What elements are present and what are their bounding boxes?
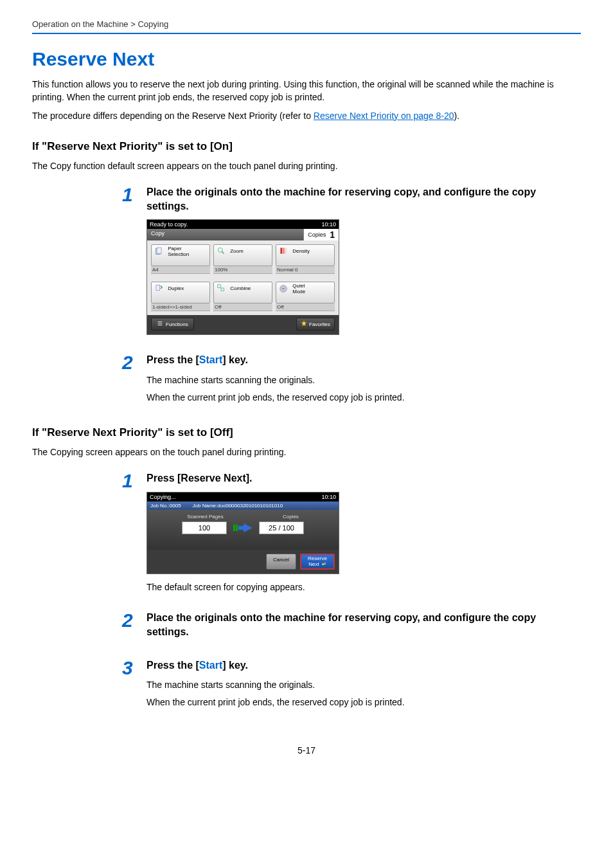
job-no-value: 0005 <box>170 503 181 509</box>
svg-line-3 <box>222 252 224 255</box>
off-step3-key: Start <box>199 660 222 671</box>
density-icon <box>279 246 289 257</box>
off-step-1: 1 Press [Reserve Next]. Copying... 10:10… <box>122 471 581 598</box>
tile-zoom-label: Zoom <box>230 249 243 255</box>
val-quiet: Off <box>276 303 335 311</box>
favorites-button[interactable]: Favorites <box>296 318 335 330</box>
copy-mode: Copy <box>147 229 303 240</box>
copies-display: Copies 1 <box>303 229 339 240</box>
progress-arrow-icon <box>233 523 253 532</box>
on-step2-body1: The machine starts scanning the original… <box>147 374 581 387</box>
copy-screen-mock: Ready to copy. 10:10 Copy Copies 1 Paper… <box>147 219 339 335</box>
copy-status: Ready to copy. <box>150 221 188 228</box>
on-step-1: 1 Place the originals onto the machine f… <box>122 185 581 340</box>
svg-rect-8 <box>218 285 221 288</box>
job-name-value: doc00000320101010101010 <box>217 503 283 509</box>
duplex-icon <box>154 284 164 294</box>
copies-label: Copies <box>308 231 326 238</box>
on-step2-body2: When the current print job ends, the res… <box>147 391 581 404</box>
reserve-next-priority-link[interactable]: Reserve Next Priority on page 8-20 <box>314 111 454 121</box>
svg-rect-7 <box>156 285 160 291</box>
step-number-2: 2 <box>122 353 147 372</box>
svg-marker-14 <box>301 321 306 326</box>
tile-density[interactable]: Density <box>276 244 335 266</box>
list-icon <box>157 320 163 328</box>
on-step2-title: Press the [Start] key. <box>147 353 581 367</box>
val-density: Normal 0 <box>276 266 335 274</box>
tile-paper-label: Paper Selection <box>168 246 189 258</box>
off-step-number-2: 2 <box>122 611 147 630</box>
on-step-2: 2 Press the [Start] key. The machine sta… <box>122 353 581 408</box>
copying-status: Copying... <box>150 494 176 500</box>
intro2-suffix: ). <box>454 111 460 121</box>
combine-icon <box>217 284 227 294</box>
on-step2-post: ] key. <box>222 354 248 365</box>
paper-icon <box>154 247 164 257</box>
off-step2-title: Place the originals onto the machine for… <box>147 611 581 638</box>
svg-rect-5 <box>283 248 285 254</box>
enter-icon: ↵ <box>322 562 326 568</box>
functions-label: Functions <box>166 321 188 327</box>
off-step3-post: ] key. <box>222 660 248 671</box>
scanned-pages-value: 100 <box>182 521 227 534</box>
section-on-heading: If "Reserve Next Priority" is set to [On… <box>32 140 581 153</box>
tile-duplex[interactable]: Duplex <box>151 282 210 303</box>
job-no-label: Job No.: <box>150 503 170 509</box>
zoom-icon <box>217 246 227 257</box>
off-step3-body1: The machine starts scanning the original… <box>147 678 581 692</box>
off-step3-pre: Press the [ <box>147 660 199 671</box>
on-step1-title: Place the originals onto the machine for… <box>147 185 581 213</box>
intro-paragraph-1: This function allows you to reserve the … <box>32 78 581 104</box>
intro-paragraph-2: The procedure differs depending on the R… <box>32 109 581 122</box>
job-name: Job Name:doc00000320101010101010 <box>193 503 283 509</box>
tile-combine[interactable]: Combine <box>213 282 272 303</box>
svg-rect-6 <box>285 248 286 254</box>
val-combine: Off <box>213 303 272 311</box>
val-zoom: 100% <box>213 266 272 274</box>
copies-value: 1 <box>330 230 335 240</box>
breadcrumb: Operation on the Machine > Copying <box>32 19 581 34</box>
on-step2-key: Start <box>199 354 222 365</box>
section-on-desc: The Copy function default screen appears… <box>32 159 581 172</box>
quiet-icon <box>279 284 289 294</box>
on-step2-pre: Press the [ <box>147 354 199 365</box>
scanned-pages-label: Scanned Pages <box>187 514 224 520</box>
off-step3-title: Press the [Start] key. <box>147 658 581 673</box>
functions-button[interactable]: Functions <box>151 318 194 330</box>
tile-paper-selection[interactable]: Paper Selection <box>151 244 210 266</box>
reserve-next-button[interactable]: Reserve Next ↵ <box>300 554 335 570</box>
tile-quiet-label: Quiet Mode <box>292 284 305 295</box>
step-number-1: 1 <box>122 185 147 204</box>
tile-duplex-label: Duplex <box>168 286 184 292</box>
off-step-number-3: 3 <box>122 658 147 678</box>
copy-time: 10:10 <box>321 221 336 228</box>
off-step-2: 2 Place the originals onto the machine f… <box>122 611 581 645</box>
svg-rect-4 <box>280 248 282 254</box>
progress-copies-value: 25 / 100 <box>259 521 304 534</box>
tile-quiet-mode[interactable]: Quiet Mode <box>276 282 335 303</box>
progress-copies-label: Copies <box>283 514 299 520</box>
val-duplex: 1-sided>>1-sided <box>151 303 210 311</box>
star-icon <box>301 320 307 328</box>
svg-rect-9 <box>221 288 224 291</box>
tile-zoom[interactable]: Zoom <box>213 244 272 266</box>
svg-rect-1 <box>157 248 161 253</box>
section-off-heading: If "Reserve Next Priority" is set to [Of… <box>32 426 581 439</box>
cancel-button[interactable]: Cancel <box>266 554 296 570</box>
off-step-number-1: 1 <box>122 471 147 491</box>
off-step1-after: The default screen for copying appears. <box>147 581 581 594</box>
page-title: Reserve Next <box>32 48 581 70</box>
copying-screen-mock: Copying... 10:10 Job No.:0005 Job Name:d… <box>147 492 339 575</box>
off-step1-title: Press [Reserve Next]. <box>147 471 581 485</box>
job-name-label: Job Name: <box>193 503 218 509</box>
intro2-prefix: The procedure differs depending on the R… <box>32 111 314 121</box>
off-step3-body2: When the current print job ends, the res… <box>147 696 581 709</box>
tile-density-label: Density <box>292 249 310 255</box>
val-paper: A4 <box>151 266 210 274</box>
page-number: 5-17 <box>32 745 581 755</box>
job-no: Job No.:0005 <box>150 503 181 509</box>
off-step-3: 3 Press the [Start] key. The machine sta… <box>122 658 581 714</box>
tile-combine-label: Combine <box>230 286 251 292</box>
copying-time: 10:10 <box>321 494 336 500</box>
favorites-label: Favorites <box>309 321 330 327</box>
